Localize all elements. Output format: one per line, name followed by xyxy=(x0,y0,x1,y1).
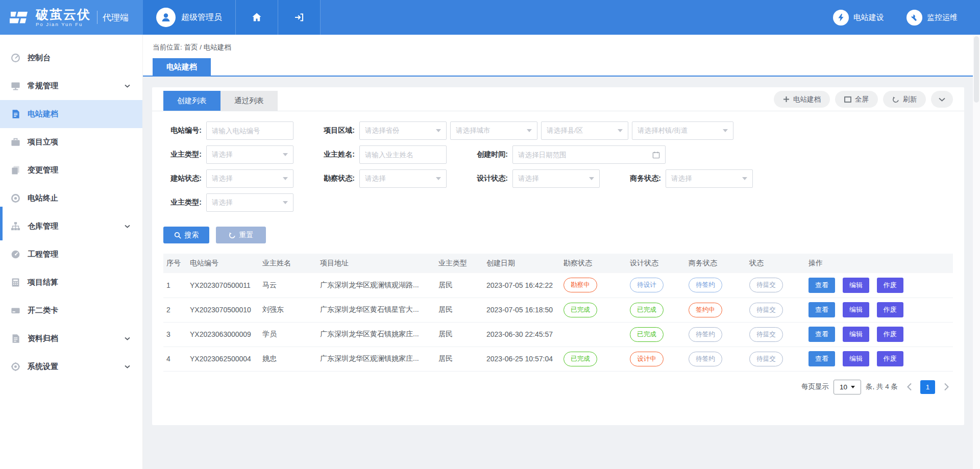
breadcrumb-home-link[interactable]: 首页 xyxy=(184,43,198,51)
owner-type-select[interactable]: 请选择 xyxy=(206,145,293,164)
view-button[interactable]: 查看 xyxy=(808,278,835,293)
owner-type-select-2[interactable]: 请选择 xyxy=(206,193,293,212)
window-scrollbar[interactable] xyxy=(973,35,980,469)
business-status-select[interactable]: 请选择 xyxy=(666,169,753,188)
select-placeholder: 请选择 xyxy=(212,150,283,159)
total-count-label: 条, 共 4 条 xyxy=(866,382,898,391)
table-row: 1 YX2023070500011 马云 广东深圳龙华区观澜镇观湖路... 居民… xyxy=(163,273,953,298)
table-wrap: 序号 电站编号 业主姓名 项目地址 业主类型 创建日期 勘察状态 设计状态 商务… xyxy=(152,243,964,372)
prev-page-button[interactable] xyxy=(902,380,916,393)
build-status-select[interactable]: 请选择 xyxy=(206,169,293,188)
nav-station-build[interactable]: 电站建设 xyxy=(833,0,884,35)
chevron-down-icon xyxy=(939,97,945,102)
scrollbar-thumb[interactable] xyxy=(974,36,979,103)
cell-index: 3 xyxy=(163,322,187,347)
view-button[interactable]: 查看 xyxy=(808,302,835,317)
date-range-picker[interactable] xyxy=(512,145,666,164)
breadcrumb-strip: 当前位置: 首页 / 电站建档 电站建档 xyxy=(143,35,980,77)
sidebar-item-label: 系统设置 xyxy=(28,362,58,372)
field-label: 电站编号: xyxy=(163,126,206,135)
tab-passed-list[interactable]: 通过列表 xyxy=(220,91,278,111)
cell-owner-type: 居民 xyxy=(435,347,483,371)
sidebar-item-console[interactable]: 控制台 xyxy=(0,44,142,72)
void-button[interactable]: 作废 xyxy=(877,278,903,293)
tab-create-list[interactable]: 创建列表 xyxy=(163,91,220,111)
sidebar-scrollbar[interactable] xyxy=(0,207,3,240)
sidebar-item-change-management[interactable]: 变更管理 xyxy=(0,156,142,184)
avatar xyxy=(156,8,176,27)
chevron-down-icon xyxy=(125,225,130,228)
cell-created: 2023-06-30 22:45:57 xyxy=(483,322,560,347)
per-page-value: 10 xyxy=(840,383,847,391)
owner-name-input[interactable] xyxy=(359,145,447,164)
sidebar-item-station-archive[interactable]: 电站建档 xyxy=(0,100,142,128)
province-select[interactable]: 请选择省份 xyxy=(359,121,447,140)
caret-down-icon xyxy=(283,177,288,180)
content-card: 创建列表 通过列表 电站建档 全屏 xyxy=(152,87,964,425)
archive-icon xyxy=(11,334,20,343)
caret-down-icon xyxy=(283,153,288,156)
caret-down-icon xyxy=(527,129,532,132)
next-page-button[interactable] xyxy=(940,380,953,393)
edit-button[interactable]: 编辑 xyxy=(843,327,869,342)
logout-button[interactable] xyxy=(278,0,321,35)
sidebar-item-engineering-management[interactable]: 工程管理 xyxy=(0,240,142,268)
cell-actions: 查看 编辑 作废 xyxy=(805,273,953,298)
date-range-input[interactable] xyxy=(518,151,652,159)
edit-button[interactable]: 编辑 xyxy=(843,351,869,366)
caret-down-icon xyxy=(283,201,288,204)
design-status-select[interactable]: 请选择 xyxy=(512,169,600,188)
filter-form: 电站编号: 项目区域: 请选择省份 请选择城市 请选择县/区 请选择村镇/街道 xyxy=(152,111,964,212)
reset-button[interactable]: 重置 xyxy=(216,227,266,243)
fullscreen-button[interactable]: 全屏 xyxy=(835,91,878,108)
county-select[interactable]: 请选择县/区 xyxy=(541,121,628,140)
sidebar-item-project-initiation[interactable]: 项目立项 xyxy=(0,128,142,156)
cell-address: 广东深圳龙华区黄石镇星官大... xyxy=(317,298,435,322)
breadcrumb: 当前位置: 首页 / 电站建档 xyxy=(153,35,980,52)
village-select[interactable]: 请选择村镇/街道 xyxy=(632,121,733,140)
page-tab-station-archive[interactable]: 电站建档 xyxy=(153,58,211,76)
monitor-icon xyxy=(11,81,20,91)
survey-status-select[interactable]: 请选择 xyxy=(359,169,447,188)
add-station-archive-button[interactable]: 电站建档 xyxy=(774,91,830,108)
brand-name-en: Po Jian Yun Fu xyxy=(36,22,91,27)
col-header: 创建日期 xyxy=(483,254,560,273)
cell-created: 2023-07-05 16:18:50 xyxy=(483,298,560,322)
station-code-input[interactable] xyxy=(206,121,293,140)
sidebar-item-second-type-card[interactable]: 开二类卡 xyxy=(0,297,142,325)
edit-button[interactable]: 编辑 xyxy=(843,278,869,293)
view-button[interactable]: 查看 xyxy=(808,327,835,342)
toolbar-button-label: 刷新 xyxy=(903,95,917,104)
work-area: 创建列表 通过列表 电站建档 全屏 xyxy=(143,77,980,469)
field-label: 建站状态: xyxy=(163,174,206,183)
filter-station-code: 电站编号: xyxy=(163,121,293,140)
nav-monitor-ops[interactable]: 监控运维 xyxy=(906,0,958,35)
cell-station-code: YX2023063000009 xyxy=(187,322,259,347)
main-content: 当前位置: 首页 / 电站建档 电站建档 创建列表 通过列表 电站建档 xyxy=(143,35,980,469)
sidebar-item-general-management[interactable]: 常规管理 xyxy=(0,72,142,100)
user-menu[interactable]: 超级管理员 xyxy=(143,0,236,35)
city-select[interactable]: 请选择城市 xyxy=(450,121,537,140)
field-label: 设计状态: xyxy=(470,174,512,183)
sidebar-item-system-settings[interactable]: 系统设置 xyxy=(0,353,142,381)
breadcrumb-prefix: 当前位置: xyxy=(153,43,184,51)
per-page-select[interactable]: 10 xyxy=(834,380,861,394)
select-placeholder: 请选择县/区 xyxy=(547,126,618,135)
sidebar-item-warehouse-management[interactable]: 仓库管理 xyxy=(0,212,142,240)
page-number-1[interactable]: 1 xyxy=(920,380,935,394)
sidebar-item-station-termination[interactable]: 电站终止 xyxy=(0,184,142,212)
view-button[interactable]: 查看 xyxy=(808,351,835,366)
void-button[interactable]: 作废 xyxy=(877,327,903,342)
sidebar-item-project-settlement[interactable]: 项目结算 xyxy=(0,268,142,297)
refresh-button[interactable]: 刷新 xyxy=(883,91,926,108)
void-button[interactable]: 作废 xyxy=(877,302,903,317)
filter-owner-type-2: 业主类型: 请选择 xyxy=(163,193,293,212)
home-button[interactable] xyxy=(236,0,278,35)
home-icon xyxy=(251,12,262,23)
search-button[interactable]: 搜索 xyxy=(163,227,209,243)
void-button[interactable]: 作废 xyxy=(877,351,903,366)
collapse-toolbar-button[interactable] xyxy=(931,91,953,108)
sidebar-item-data-archive[interactable]: 资料归档 xyxy=(0,325,142,353)
edit-button[interactable]: 编辑 xyxy=(843,302,869,317)
brand-text: 破茧云伏 Po Jian Yun Fu xyxy=(36,8,91,27)
